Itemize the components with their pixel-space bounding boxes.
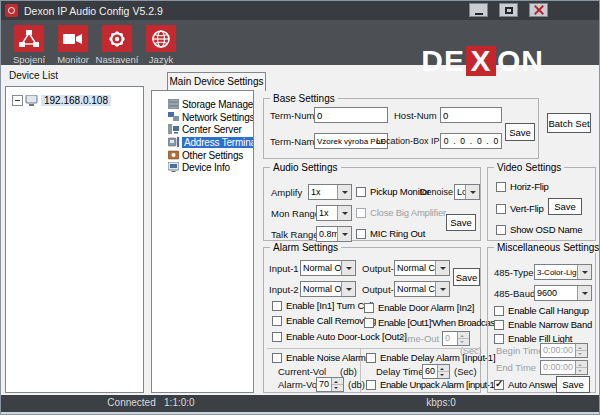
amplify-select[interactable]: 1x xyxy=(308,184,352,200)
checkbox-box[interactable] xyxy=(272,353,282,363)
mon-range-select[interactable]: 1x xyxy=(316,205,352,221)
enable-door-alarm-checkbox[interactable]: Enable Door Alarm [In2] xyxy=(364,302,474,313)
485-baud-label: 485-Baud xyxy=(494,288,535,299)
device-ip[interactable]: 192.168.0.108 xyxy=(41,95,111,106)
checkbox-box[interactable] xyxy=(356,187,366,197)
485-type-select[interactable]: 3-Color-Light xyxy=(534,264,592,280)
talk-range-select[interactable]: 0.8m xyxy=(316,226,352,242)
auto-answer-checkbox[interactable]: Auto Answer xyxy=(494,379,559,390)
tree-item-other-settings[interactable]: Other Settings xyxy=(152,149,253,161)
denoise-select[interactable]: Low xyxy=(454,184,480,200)
maximize-button[interactable] xyxy=(499,3,518,17)
video-settings-group: Video Settings Horiz-Flip Vert-Flip Save… xyxy=(487,167,596,241)
tree-item-center-server[interactable]: Center Server xyxy=(152,123,253,135)
window-title: Dexon IP Audio Config V5.2.9 xyxy=(24,5,163,17)
checkbox-box[interactable] xyxy=(364,303,374,313)
toolbar-label: Jazyk xyxy=(149,54,173,65)
485-baud-select[interactable]: 9600 xyxy=(534,285,592,301)
tree-item-storage-management[interactable]: Storage Management xyxy=(152,98,253,110)
checkbox-box[interactable] xyxy=(494,334,504,344)
enable-unpack-alarm-checkbox[interactable]: Enable Unpack Alarm [input-1] xyxy=(366,379,497,390)
status-bar: Connected 1:1:0:0 kbps:0 xyxy=(1,395,600,412)
toolbar-button-settings[interactable]: Nastavení xyxy=(95,20,139,65)
chevron-down-icon[interactable] xyxy=(435,261,449,275)
end-time-spinner: 0:00:00 xyxy=(540,360,588,375)
audio-save-button[interactable]: Save xyxy=(446,214,476,231)
chevron-down-icon[interactable] xyxy=(341,261,355,275)
checkbox-box[interactable] xyxy=(366,353,376,363)
checkbox-label: Enable Unpack Alarm [input-1] xyxy=(380,379,497,390)
chevron-down-icon[interactable] xyxy=(435,282,449,296)
checkbox-box[interactable] xyxy=(496,225,506,235)
enable-out1-broadcast-checkbox[interactable]: Enable [Out1]'When Broadcast xyxy=(364,317,497,328)
minimize-button[interactable] xyxy=(469,3,488,17)
output2-select[interactable]: Normal Close xyxy=(394,281,450,297)
chevron-down-icon[interactable] xyxy=(337,227,351,241)
tree-item-network-settings[interactable]: Network Settings xyxy=(152,111,253,123)
batch-set-button[interactable]: Batch Set xyxy=(547,113,591,133)
checkbox-box[interactable] xyxy=(272,316,282,326)
chevron-down-icon[interactable] xyxy=(577,286,591,300)
chevron-down-icon[interactable] xyxy=(337,185,351,199)
misc-save-button[interactable]: Save xyxy=(556,376,590,393)
tab-main-device-settings[interactable]: Main Device Settings xyxy=(167,72,266,91)
term-num-input[interactable] xyxy=(314,107,388,123)
checkbox-label: Enable Auto Door-Lock [Out2] xyxy=(286,331,407,342)
pickup-monitor-checkbox[interactable]: Pickup Monitor xyxy=(356,186,430,197)
tree-item-address-terminal-settings[interactable]: Address Terminal Settings xyxy=(152,136,253,148)
input2-select[interactable]: Normal Open xyxy=(300,281,356,297)
checkbox-box[interactable] xyxy=(494,320,504,330)
chevron-down-icon[interactable] xyxy=(577,265,591,279)
alarm-save-button[interactable]: Save xyxy=(453,268,480,286)
output1-select[interactable]: Normal Close xyxy=(394,260,450,276)
input1-select[interactable]: Normal Open xyxy=(300,260,356,276)
enable-call-hangup-checkbox[interactable]: Enable Call Hangup xyxy=(494,305,589,316)
enable-narrow-band-checkbox[interactable]: Enable Narrow Band xyxy=(494,319,592,330)
enable-auto-door-lock-checkbox[interactable]: Enable Auto Door-Lock [Out2] xyxy=(272,331,407,342)
device-list-title: Device List xyxy=(9,70,58,81)
checkbox-box[interactable] xyxy=(366,380,376,390)
host-num-input[interactable] xyxy=(440,107,502,123)
checkbox-box[interactable] xyxy=(272,332,282,342)
video-save-button[interactable]: Save xyxy=(548,198,582,215)
enable-noise-alarm-checkbox[interactable]: Enable Noise Alarm xyxy=(272,352,366,363)
enable-call-removing-checkbox[interactable]: Enable Call Removing xyxy=(272,315,376,326)
alarm-vol-spinner[interactable]: 70 xyxy=(316,377,344,392)
app-window: Dexon IP Audio Config V5.2.9 Spojení xyxy=(0,0,600,415)
toolbar-button-language[interactable]: Jazyk xyxy=(139,20,183,65)
mic-ring-out-checkbox[interactable]: MIC Ring Out xyxy=(356,228,425,239)
spinner-arrows-icon xyxy=(575,361,587,374)
close-button[interactable] xyxy=(529,3,548,17)
spinner-arrows-icon[interactable] xyxy=(437,365,449,378)
checkbox-box[interactable] xyxy=(494,306,504,316)
toolbar-button-connection[interactable]: Spojení xyxy=(7,20,51,65)
toolbar-button-monitor[interactable]: Monitor xyxy=(51,20,95,65)
delay-time-spinner[interactable]: 60 xyxy=(422,364,450,379)
enable-in1-turn-call-checkbox[interactable]: Enable [In1] Turn Call xyxy=(272,300,373,311)
location-box-ip-input[interactable] xyxy=(440,133,502,149)
chevron-down-icon[interactable] xyxy=(337,206,351,220)
vert-flip-checkbox[interactable]: Vert-Flip xyxy=(496,203,544,214)
tree-item-device-info[interactable]: Device Info xyxy=(152,161,253,173)
checkbox-box[interactable] xyxy=(356,229,366,239)
term-num-label: Term-Num xyxy=(270,110,314,121)
checkbox-box[interactable] xyxy=(496,182,506,192)
collapse-icon[interactable] xyxy=(12,95,23,106)
checkbox-label: Auto Answer xyxy=(508,379,559,390)
show-osd-name-checkbox[interactable]: Show OSD Name xyxy=(496,224,582,235)
device-tree-item[interactable]: 192.168.0.108 xyxy=(12,95,111,106)
horiz-flip-checkbox[interactable]: Horiz-Flip xyxy=(496,181,549,192)
checkbox-box[interactable] xyxy=(364,318,374,328)
spinner-arrows-icon[interactable] xyxy=(331,378,343,391)
checkbox-box[interactable] xyxy=(272,301,282,311)
checkbox-box[interactable] xyxy=(494,380,504,390)
mon-range-label: Mon Range xyxy=(271,208,320,219)
chevron-down-icon[interactable] xyxy=(465,185,479,199)
group-title: Audio Settings xyxy=(270,162,341,173)
app-icon xyxy=(5,4,18,17)
enable-delay-alarm-checkbox[interactable]: Enable Delay Alarm [Input-1] xyxy=(366,352,495,363)
chevron-down-icon[interactable] xyxy=(341,282,355,296)
checkbox-box[interactable] xyxy=(496,204,506,214)
checkbox-label: Vert-Flip xyxy=(510,203,544,214)
base-save-button[interactable]: Save xyxy=(505,123,535,141)
